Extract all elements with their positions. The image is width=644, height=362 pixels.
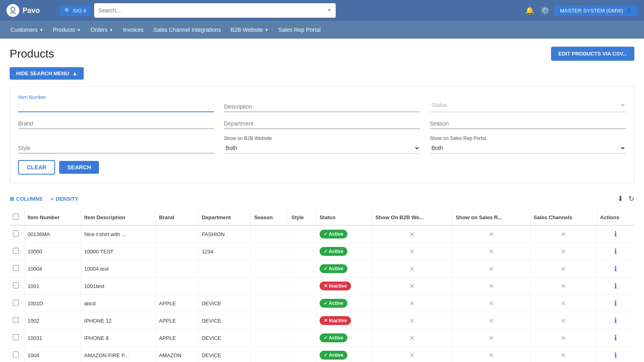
nav-item-invoices[interactable]: Invoices [119, 21, 147, 39]
download-button[interactable]: ⬇ [617, 194, 623, 203]
header-select-all[interactable] [10, 210, 24, 225]
show-salesrep-label: Show on Sales Rep Portal [430, 136, 626, 141]
cell-actions-4[interactable]: ℹ [597, 295, 634, 312]
row-checkbox-6[interactable] [13, 334, 19, 340]
x-icon: ✕ [409, 248, 415, 255]
nav-item-salesrep[interactable]: Sales Rep Portal [275, 21, 325, 39]
app-logo: Pavo [6, 4, 55, 17]
status-select[interactable]: Status Active Inactive [430, 100, 626, 110]
row-checkbox-cell-0[interactable] [10, 225, 24, 243]
department-input[interactable] [224, 119, 420, 129]
cell-show-b2b-7: ✕ [372, 347, 452, 362]
search-button[interactable]: SEARCH [59, 161, 99, 174]
cell-item-number-2: 10004 [24, 260, 81, 278]
cell-description-6: IPHONE 8 [81, 329, 156, 347]
nav-item-orders[interactable]: Orders ▼ [87, 21, 118, 39]
row-checkbox-cell-5[interactable] [10, 312, 24, 329]
cell-actions-0[interactable]: ℹ [597, 225, 634, 243]
row-checkbox-cell-1[interactable] [10, 243, 24, 260]
cell-actions-2[interactable]: ℹ [597, 260, 634, 278]
cell-description-4: abcd [81, 295, 156, 312]
header-actions: Actions [597, 210, 634, 225]
info-icon[interactable]: ℹ [614, 351, 617, 359]
x-icon: ✕ [489, 231, 494, 238]
settings-icon[interactable]: ⚙️ [541, 6, 549, 15]
cell-description-1: 10000 TEST [81, 243, 156, 260]
info-icon[interactable]: ℹ [614, 334, 617, 342]
row-checkbox-0[interactable] [13, 230, 19, 237]
row-checkbox-cell-7[interactable] [10, 347, 24, 362]
hide-search-menu-button[interactable]: HIDE SEARCH MENU ▲ [10, 67, 84, 80]
row-checkbox-4[interactable] [13, 300, 19, 306]
row-checkbox-cell-2[interactable] [10, 260, 24, 278]
search-area: 🔍 S/O # ▼ [60, 3, 520, 18]
description-input[interactable] [224, 102, 420, 112]
brand-input[interactable] [18, 119, 214, 129]
nav-item-b2b[interactable]: B2B Website ▼ [227, 21, 273, 39]
so-button[interactable]: 🔍 S/O # [60, 5, 91, 16]
cell-actions-6[interactable]: ℹ [597, 329, 634, 347]
cell-style-2 [288, 260, 316, 278]
cell-actions-3[interactable]: ℹ [597, 278, 634, 295]
style-input[interactable] [18, 143, 214, 154]
department-field [224, 119, 420, 129]
cell-actions-5[interactable]: ℹ [597, 312, 634, 329]
row-checkbox-cell-4[interactable] [10, 295, 24, 312]
x-icon: ✕ [561, 231, 566, 238]
cell-show-salesrep-1: ✕ [452, 243, 530, 260]
columns-button[interactable]: ⊞ COLUMNS [10, 196, 43, 202]
page-title: Products [10, 47, 54, 60]
x-icon: ✕ [489, 335, 494, 341]
x-icon: ✕ [409, 283, 415, 290]
cell-department-0: FASHION [198, 225, 251, 243]
item-number-label: Item Number [18, 95, 214, 100]
edit-csv-button[interactable]: EDIT PRODUCTS VIA CSV... [551, 47, 634, 61]
info-icon[interactable]: ℹ [614, 247, 617, 255]
master-system-button[interactable]: MASTER SYSTEM (GMW) 👤 [554, 5, 638, 16]
search-icon: 🔍 [64, 8, 71, 14]
row-checkbox-5[interactable] [13, 317, 19, 323]
nav-item-products[interactable]: Products ▼ [49, 21, 85, 39]
info-icon[interactable]: ℹ [614, 317, 617, 325]
density-icon: ≡ [51, 196, 54, 202]
row-checkbox-cell-6[interactable] [10, 329, 24, 347]
info-icon[interactable]: ℹ [614, 299, 617, 307]
select-all-checkbox[interactable] [13, 214, 19, 220]
info-icon[interactable]: ℹ [614, 265, 617, 273]
row-checkbox-3[interactable] [13, 282, 19, 288]
cell-description-7: AMAZON FIRE P... [81, 347, 156, 362]
x-icon: ✕ [561, 317, 566, 324]
cell-sales-channels-4: ✕ [530, 295, 597, 312]
density-button[interactable]: ≡ DENSITY [51, 196, 78, 202]
row-checkbox-7[interactable] [13, 352, 19, 358]
cell-actions-7[interactable]: ℹ [597, 347, 634, 362]
show-b2b-select[interactable]: Both Yes No [224, 144, 420, 152]
cell-season-0 [251, 225, 288, 243]
x-icon: ✕ [489, 248, 494, 255]
header-department: Department [198, 210, 251, 225]
refresh-button[interactable]: ↻ [628, 194, 634, 203]
notification-icon[interactable]: 🔔 [525, 6, 534, 15]
clear-button[interactable]: CLEAR [18, 160, 55, 175]
info-icon[interactable]: ℹ [614, 230, 617, 238]
cell-brand-1 [156, 243, 198, 260]
status-badge: ✓ Active [320, 230, 347, 239]
nav-item-sales-channel[interactable]: Sales Channel Integrations [149, 21, 225, 39]
show-salesrep-select[interactable]: Both Yes No [430, 144, 626, 152]
season-field [430, 119, 626, 129]
row-checkbox-cell-3[interactable] [10, 278, 24, 295]
cell-item-number-4: 1001D [24, 295, 81, 312]
row-checkbox-1[interactable] [13, 248, 19, 254]
season-input[interactable] [430, 119, 626, 129]
search-dropdown-arrow[interactable]: ▼ [327, 8, 332, 13]
style-field [18, 143, 214, 154]
cell-actions-1[interactable]: ℹ [597, 243, 634, 260]
item-number-input[interactable] [18, 102, 214, 112]
nav-item-customers[interactable]: Customers ▼ [6, 21, 47, 39]
info-icon[interactable]: ℹ [614, 282, 617, 290]
global-search-input[interactable] [98, 7, 327, 14]
cell-sales-channels-0: ✕ [530, 225, 597, 243]
cell-style-5 [288, 312, 316, 329]
row-checkbox-2[interactable] [13, 265, 19, 271]
cell-sales-channels-7: ✕ [530, 347, 597, 362]
